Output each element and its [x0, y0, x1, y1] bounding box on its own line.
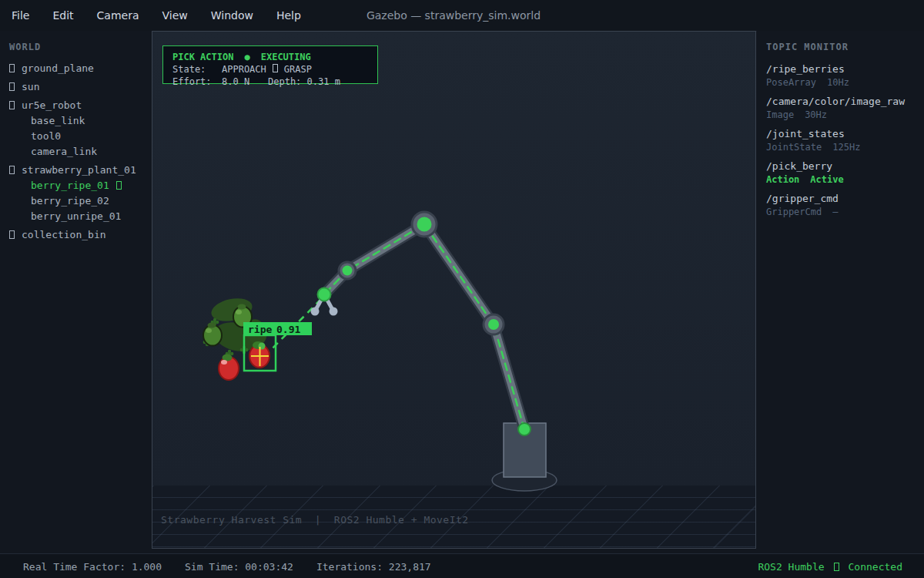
model-icon [9, 101, 15, 109]
tree-item-label: tool0 [31, 130, 61, 142]
topic-meta: JointState125Hz [766, 142, 924, 153]
topic-rate: Active [810, 174, 843, 185]
world-panel-header: WORLD [0, 31, 152, 55]
tree-item-label: collection_bin [22, 229, 106, 240]
topic-monitor-panel: TOPIC MONITOR /ripe_berries PoseArray10H… [757, 31, 924, 553]
tree-item-base-link[interactable]: base_link [0, 114, 152, 126]
window-title: Gazebo — strawberry_sim.world [367, 9, 541, 22]
base-pedestal [504, 423, 546, 477]
tree-item-label: strawberry_plant_01 [22, 164, 136, 176]
topic-pick-berry[interactable]: /pick_berry ActionActive [757, 153, 924, 185]
tree-item-label: base_link [31, 115, 85, 126]
connection-status: ROS2 Humble Connected [758, 561, 902, 573]
topic-camera-image[interactable]: /camera/color/image_raw Image30Hz [757, 88, 924, 120]
pick-action-hud: PICK ACTION●EXECUTING State:APPROACHGRAS… [162, 45, 378, 84]
topic-monitor-header: TOPIC MONITOR [757, 31, 924, 55]
topic-name: /camera/color/image_raw [766, 96, 924, 108]
topic-type: JointState [766, 142, 822, 153]
arrow-icon [273, 64, 278, 72]
topic-meta: GripperCmd— [766, 207, 924, 217]
tree-item-tool0[interactable]: tool0 [0, 129, 152, 142]
hud-state-row: State:APPROACHGRASP [172, 63, 370, 76]
grasp-target-line [263, 299, 321, 358]
berry-unripe [233, 304, 252, 328]
topic-type: PoseArray [766, 77, 816, 88]
arm-joints [339, 212, 531, 435]
detection-label: ripe [248, 324, 272, 335]
topic-name: /gripper_cmd [766, 193, 924, 205]
world-panel: WORLD ground_plane sun ur5e_robot base_l… [0, 31, 152, 553]
topic-meta: ActionActive [766, 174, 924, 185]
menu-edit[interactable]: Edit [41, 9, 85, 22]
tree-item-strawberry-plant-01[interactable]: strawberry_plant_01 [0, 163, 152, 176]
status-bar: Real Time Factor: 1.000 Sim Time: 00:03:… [0, 553, 924, 578]
menu-bar: File Edit Camera View Window Help Gazebo… [0, 0, 924, 32]
hud-title-row: PICK ACTION●EXECUTING [172, 51, 370, 63]
tree-item-ground-plane[interactable]: ground_plane [0, 62, 152, 74]
berry-ripe-02 [219, 355, 239, 381]
model-icon [9, 166, 15, 174]
tree-item-label: ur5e_robot [22, 99, 82, 111]
depth-label: Depth: [268, 76, 301, 87]
tree-item-berry-ripe-01[interactable]: berry_ripe_01 [0, 179, 152, 191]
real-time-factor: Real Time Factor: 1.000 [23, 561, 162, 573]
detection-overlay: ripe 0.91 [243, 322, 312, 371]
topic-type: Image [766, 109, 794, 120]
state-label: State: [172, 63, 222, 76]
sim-time: Sim Time: 00:03:42 [185, 561, 293, 573]
model-icon [9, 64, 15, 72]
tree-item-collection-bin[interactable]: collection_bin [0, 228, 152, 240]
tree-item-label: camera_link [31, 146, 97, 157]
topic-name: /ripe_berries [766, 63, 924, 76]
connection-state: Connected [849, 561, 902, 573]
topic-gripper-cmd[interactable]: /gripper_cmd GripperCmd— [757, 185, 924, 217]
detection-label-bg [243, 322, 312, 335]
topic-type: GripperCmd [766, 207, 822, 217]
model-icon [9, 230, 15, 239]
tree-item-label: berry_ripe_02 [31, 195, 109, 207]
tree-item-berry-ripe-02[interactable]: berry_ripe_02 [0, 194, 152, 207]
arm-links [324, 224, 524, 429]
strawberry-plant [203, 295, 270, 380]
tree-item-sun[interactable]: sun [0, 80, 152, 92]
gripper [311, 288, 338, 316]
wrist-joint [318, 288, 331, 301]
viewport-watermark: Strawberry Harvest Sim | ROS2 Humble + M… [161, 514, 469, 526]
hud-title: PICK ACTION [172, 52, 233, 62]
menu-window[interactable]: Window [199, 9, 265, 22]
tree-item-berry-unripe-01[interactable]: berry_unripe_01 [0, 210, 152, 222]
menu-view[interactable]: View [151, 9, 199, 22]
topic-name: /joint_states [766, 128, 924, 140]
topic-rate: 125Hz [832, 142, 860, 153]
tree-item-label: berry_unripe_01 [31, 210, 121, 222]
topic-rate: 10Hz [827, 77, 849, 88]
tree-item-camera-link[interactable]: camera_link [0, 145, 152, 157]
tree-item-label: sun [22, 81, 39, 92]
tree-item-label: ground_plane [22, 62, 94, 74]
model-icon [9, 82, 15, 91]
tree-item-label: berry_ripe_01 [31, 180, 109, 191]
tree-item-ur5e-robot[interactable]: ur5e_robot [0, 99, 152, 111]
detection-confidence: 0.91 [276, 324, 300, 335]
topic-rate: — [832, 207, 838, 217]
berry-unripe-2 [203, 323, 222, 346]
connection-icon [834, 563, 839, 571]
state-from: APPROACH [222, 64, 266, 75]
gazebo-3d-viewport[interactable]: Strawberry Harvest Sim | ROS2 Humble + M… [152, 31, 756, 549]
topic-joint-states[interactable]: /joint_states JointState125Hz [757, 120, 924, 153]
menu-camera[interactable]: Camera [85, 9, 151, 22]
berry-ripe-01 [249, 341, 270, 368]
topic-name: /pick_berry [766, 160, 924, 173]
effort-value: 8.0 N [222, 76, 268, 88]
iterations: Iterations: 223,817 [316, 561, 431, 573]
depth-value: 0.31 m [307, 76, 340, 87]
state-to: GRASP [284, 64, 312, 75]
topic-type: Action [766, 174, 799, 185]
detection-bbox [244, 335, 276, 371]
topic-ripe-berries[interactable]: /ripe_berries PoseArray10Hz [757, 55, 924, 88]
hud-status: EXECUTING [261, 52, 311, 62]
ur5e-robot-arm [311, 212, 557, 491]
menu-file[interactable]: File [0, 9, 41, 22]
effort-label: Effort: [172, 76, 222, 88]
menu-help[interactable]: Help [265, 9, 313, 22]
